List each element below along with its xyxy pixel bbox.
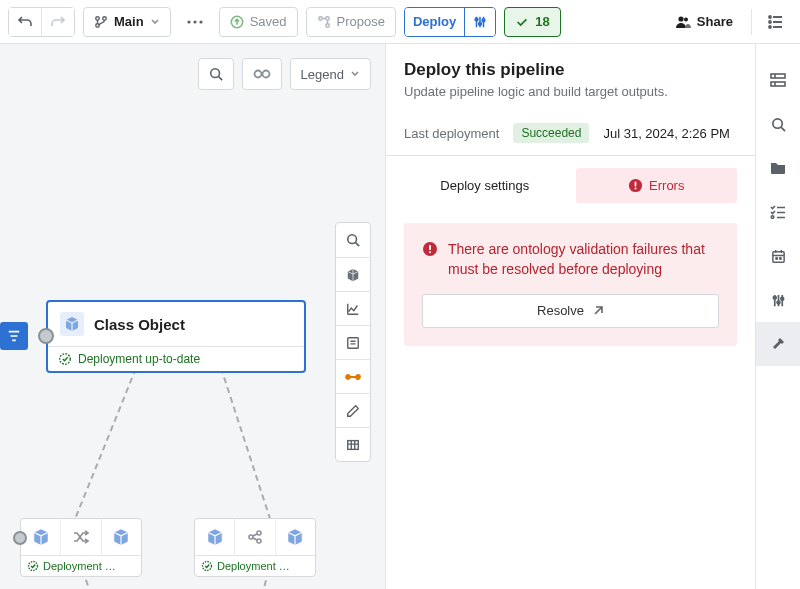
checks-button[interactable]: 18 [504, 7, 560, 37]
pipeline-canvas[interactable]: Legend [0, 44, 386, 589]
svg-point-27 [29, 562, 38, 571]
link-icon [253, 69, 271, 79]
svg-rect-33 [635, 182, 637, 187]
sliders-icon [473, 15, 487, 29]
rail-checks-button[interactable] [756, 190, 800, 234]
canvas-search-button[interactable] [198, 58, 234, 90]
node-handle[interactable] [13, 531, 27, 545]
propose-label: Propose [337, 14, 385, 29]
deploy-settings-button[interactable] [464, 8, 495, 36]
cube-icon [32, 528, 50, 546]
rail-folder-button[interactable] [756, 146, 800, 190]
svg-point-3 [187, 20, 190, 23]
legend-button[interactable]: Legend [290, 58, 371, 90]
propose-button[interactable]: Propose [306, 7, 396, 37]
rail-build-button[interactable] [756, 322, 800, 366]
tab-errors[interactable]: Errors [576, 168, 738, 203]
right-rail [756, 44, 800, 589]
svg-point-17 [769, 26, 771, 28]
resolve-button[interactable]: Resolve [422, 294, 719, 328]
svg-point-8 [325, 23, 329, 27]
svg-point-44 [779, 257, 781, 259]
svg-rect-42 [772, 251, 783, 261]
svg-point-10 [475, 17, 478, 20]
svg-point-31 [203, 562, 212, 571]
chevron-down-icon [150, 17, 160, 27]
svg-point-26 [60, 354, 71, 365]
branch-icon [94, 15, 108, 29]
more-button[interactable] [179, 7, 211, 37]
folder-icon [770, 161, 786, 175]
tool-chart[interactable] [336, 291, 370, 325]
redo-button[interactable] [41, 8, 74, 36]
svg-point-23 [346, 375, 350, 379]
deploy-label: Deploy [413, 14, 456, 29]
rail-search-button[interactable] [756, 102, 800, 146]
resolve-label: Resolve [537, 303, 584, 318]
panel-subtitle: Update pipeline logic and build target o… [404, 84, 737, 99]
svg-point-20 [262, 71, 269, 78]
svg-point-28 [249, 535, 253, 539]
error-callout: There are ontology validation failures t… [404, 223, 737, 346]
rail-sliders-button[interactable] [756, 278, 800, 322]
rail-schema-button[interactable] [756, 58, 800, 102]
tool-notes[interactable] [336, 325, 370, 359]
error-icon [628, 178, 643, 193]
node-status: Deployment … [217, 560, 290, 572]
svg-point-21 [348, 235, 357, 244]
chart-line-icon [346, 302, 360, 316]
redo-icon [50, 14, 66, 30]
share-button[interactable]: Share [665, 7, 743, 37]
svg-point-4 [193, 20, 196, 23]
svg-point-41 [771, 216, 774, 219]
shuffle-icon [72, 530, 90, 544]
cube-icon [286, 528, 304, 546]
rail-calendar-button[interactable] [756, 234, 800, 278]
list-icon [768, 15, 784, 29]
propose-icon [317, 15, 331, 29]
svg-point-13 [678, 16, 683, 21]
branch-selector[interactable]: Main [83, 7, 171, 37]
share-label: Share [697, 14, 733, 29]
cube-icon [112, 528, 130, 546]
svg-point-7 [318, 16, 322, 20]
node-downstream-2[interactable]: Deployment … [194, 518, 316, 577]
saved-label: Saved [250, 14, 287, 29]
svg-rect-39 [771, 82, 785, 86]
tab-label: Errors [649, 178, 684, 193]
share-nodes-icon [247, 529, 263, 545]
hammer-icon [770, 336, 786, 352]
node-downstream-1[interactable]: Deployment … [20, 518, 142, 577]
pencil-icon [346, 404, 360, 418]
panel-title: Deploy this pipeline [404, 60, 737, 80]
tool-table[interactable] [336, 427, 370, 461]
node-class-object[interactable]: Class Object Deployment up-to-date [46, 300, 306, 373]
saved-indicator: Saved [219, 7, 298, 37]
svg-point-2 [103, 16, 107, 20]
svg-point-46 [777, 300, 780, 303]
svg-point-47 [780, 297, 783, 300]
tab-deploy-settings[interactable]: Deploy settings [404, 168, 566, 203]
deploy-button[interactable]: Deploy [405, 8, 464, 36]
svg-point-29 [257, 531, 261, 535]
tool-pencil[interactable] [336, 393, 370, 427]
svg-point-45 [773, 296, 776, 299]
branch-label: Main [114, 14, 144, 29]
canvas-link-button[interactable] [242, 58, 282, 90]
tool-connector[interactable] [336, 359, 370, 393]
svg-rect-25 [348, 440, 359, 449]
filter-chip[interactable] [0, 322, 28, 350]
svg-rect-37 [429, 251, 431, 253]
search-icon [771, 117, 786, 132]
outline-button[interactable] [760, 7, 792, 37]
svg-rect-22 [348, 337, 359, 348]
canvas-toolbar: Legend [198, 58, 371, 90]
node-title: Class Object [94, 316, 185, 333]
checklist-icon [770, 205, 786, 219]
tool-search[interactable] [336, 223, 370, 257]
svg-point-9 [325, 16, 329, 20]
node-handle[interactable] [38, 328, 54, 344]
tool-cube[interactable] [336, 257, 370, 291]
sliders-icon [771, 293, 786, 308]
undo-button[interactable] [9, 8, 41, 36]
